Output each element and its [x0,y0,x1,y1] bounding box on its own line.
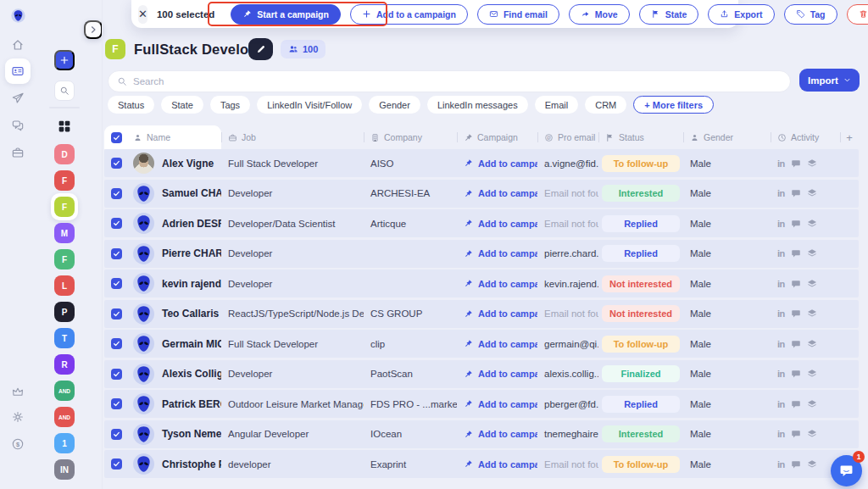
list-avatar-f-1[interactable]: F [54,170,75,191]
linkedin-icon[interactable]: in [777,279,785,289]
search-input[interactable] [133,76,782,86]
stack-icon[interactable] [807,188,817,198]
add-to-campaign-link[interactable]: Add to campaign [457,420,537,448]
add-to-campaign-link[interactable]: Add to campaign [457,240,537,268]
find-email-button[interactable]: Find email [477,4,559,25]
status-badge[interactable]: Not interested [602,275,680,292]
add-to-campaign-link[interactable]: Add to campaign [457,450,537,478]
row-checkbox[interactable] [111,369,122,380]
tag-button[interactable]: Tag [784,4,837,25]
status-badge[interactable]: To follow-up [602,155,680,172]
list-avatar-l-5[interactable]: L [54,275,75,296]
row-checkbox[interactable] [111,278,122,289]
contact-name[interactable]: Alex Vigne [162,158,214,169]
linkedin-icon[interactable]: in [777,339,785,349]
add-to-campaign-link[interactable]: Add to campaign [457,300,537,328]
nav-messages-icon[interactable] [11,119,25,132]
contact-name[interactable]: Patrick BERGER [162,398,221,410]
all-lists-grid-icon[interactable] [57,119,72,134]
list-avatar-r-8[interactable]: R [54,354,75,375]
linkedin-icon[interactable]: in [777,219,785,229]
linkedin-icon[interactable]: in [777,308,785,319]
stack-icon[interactable] [807,459,817,470]
row-checkbox[interactable] [111,429,122,440]
stack-icon[interactable] [807,399,817,409]
row-checkbox[interactable] [111,308,122,320]
add-to-campaign-link[interactable]: Add to campaign [457,330,537,358]
add-to-a-campaign-button[interactable]: Add to a campaign [350,4,468,25]
list-avatar-f-2[interactable]: F [54,197,75,217]
add-to-campaign-link[interactable]: Add to campaign [457,180,537,208]
row-checkbox[interactable] [111,158,122,169]
stack-icon[interactable] [807,248,817,258]
add-to-campaign-link[interactable]: Add to campaign [457,390,537,418]
contact-name[interactable]: Germain MICHAUD [162,338,221,350]
start-a-campaign-button[interactable]: Start a campaign [231,4,341,25]
status-badge[interactable]: Finalized [602,365,680,382]
message-icon[interactable] [791,158,801,169]
status-badge[interactable]: Replied [602,396,680,413]
col-campaign[interactable]: Campaign [457,125,537,149]
message-icon[interactable] [791,308,801,319]
list-avatar-1-11[interactable]: 1 [54,433,75,453]
nav-crown-icon[interactable] [11,385,25,398]
contact-name[interactable]: Christophe Ponchon [162,458,221,470]
contact-name[interactable]: Teo Callaris [162,308,219,320]
import-button[interactable]: Import [799,69,860,92]
nav-campaigns-icon[interactable] [11,92,25,105]
select-all-checkbox[interactable] [111,132,122,143]
message-icon[interactable] [791,369,801,379]
message-icon[interactable] [791,279,801,289]
row-checkbox[interactable] [111,188,122,199]
col-activity[interactable]: Activity [771,125,840,149]
row-checkbox[interactable] [111,398,122,409]
add-to-campaign-link[interactable]: Add to campaign [457,270,537,297]
add-to-campaign-link[interactable]: Add to campaign [457,149,537,177]
stack-icon[interactable] [807,308,817,319]
list-avatar-f-4[interactable]: F [54,249,75,270]
col-job[interactable]: Job [221,125,364,149]
filter-chip-crm[interactable]: CRM [585,96,626,114]
nav-billing-icon[interactable] [11,437,25,451]
message-icon[interactable] [791,248,801,258]
contact-name[interactable]: Alexis Collignon [162,368,221,380]
row-checkbox[interactable] [111,248,122,259]
stack-icon[interactable] [807,158,817,169]
linkedin-icon[interactable]: in [777,369,785,379]
status-badge[interactable]: Not interested [602,305,680,322]
search-lists-button[interactable] [54,81,75,101]
export-button[interactable]: Export [708,4,774,25]
row-checkbox[interactable] [111,338,122,349]
message-icon[interactable] [791,429,801,439]
contact-name[interactable]: Adrien DESROSES [162,218,221,230]
filter-chip-linkedin-visit-follow[interactable]: LinkedIn Visit/Follow [257,96,362,114]
stack-icon[interactable] [807,219,817,229]
list-avatar-and-9[interactable]: AND [54,381,75,401]
message-icon[interactable] [791,188,801,198]
message-icon[interactable] [791,399,801,409]
message-icon[interactable] [791,459,801,470]
filter-chip-status[interactable]: Status [108,96,154,114]
stack-icon[interactable] [807,339,817,349]
clear-selection-button[interactable]: ✕ [138,5,147,24]
contact-name[interactable]: Tyson Nemeghaire [162,428,221,440]
message-icon[interactable] [791,339,801,349]
add-column-button[interactable]: + [840,125,859,149]
status-badge[interactable]: Replied [602,215,680,232]
status-badge[interactable]: Replied [602,245,680,262]
col-name[interactable]: Name [126,125,221,149]
contact-name[interactable]: Pierre CHARDAT [162,247,221,259]
filter-chip-tags[interactable]: Tags [210,96,250,114]
linkedin-icon[interactable]: in [777,248,785,258]
stack-icon[interactable] [807,279,817,289]
col-company[interactable]: Company [364,125,457,149]
delete-button[interactable]: Delete [847,4,868,25]
more-filters-button[interactable]: + More filters [633,96,714,114]
nav-home-icon[interactable] [11,38,25,52]
list-avatar-d-0[interactable]: D [54,144,75,164]
nav-settings-icon[interactable] [11,410,25,424]
col-pro-email[interactable]: Pro email [537,125,598,149]
row-checkbox[interactable] [111,218,122,229]
list-avatar-m-3[interactable]: M [54,223,75,243]
list-avatar-p-6[interactable]: P [54,302,75,322]
